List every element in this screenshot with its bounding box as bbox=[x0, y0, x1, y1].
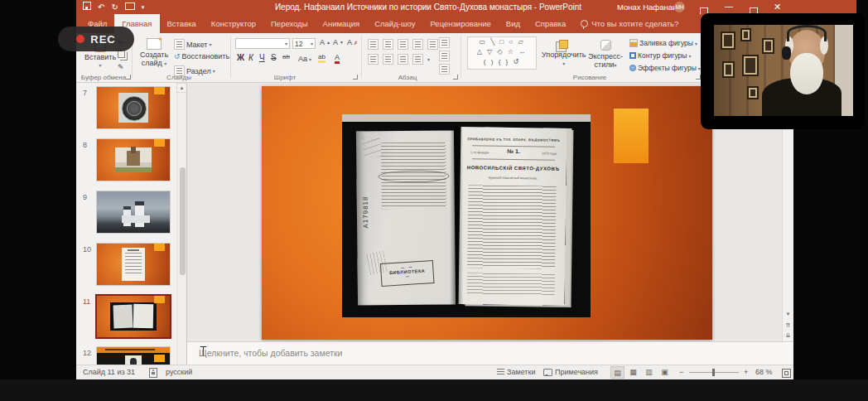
wall-frame bbox=[740, 28, 751, 41]
thumb-scrollbar-track[interactable] bbox=[176, 93, 187, 365]
tab-design[interactable]: Конструктор bbox=[204, 14, 263, 33]
slide-thumbnail-7[interactable] bbox=[97, 87, 170, 128]
view-reading-button[interactable]: ▥ bbox=[642, 366, 656, 379]
avatar[interactable]: МН bbox=[674, 2, 685, 12]
format-painter-icon[interactable]: ✎ bbox=[118, 63, 124, 71]
tab-slideshow[interactable]: Слайд-шоу bbox=[367, 14, 422, 33]
slide-thumbnail-11-selected[interactable] bbox=[97, 296, 170, 337]
desktop: ↶ ↻ ▾ Иерод. Нафанаил Источники по истор… bbox=[0, 0, 868, 401]
shape-effects-button[interactable]: Эффекты фигуры▾ bbox=[629, 64, 701, 72]
change-case-button[interactable]: Aa▾ bbox=[298, 55, 311, 63]
italic-button[interactable]: К bbox=[248, 53, 253, 62]
comments-icon bbox=[543, 369, 552, 376]
clear-formatting-button[interactable]: А✗ bbox=[347, 38, 358, 46]
font-dialog-launcher[interactable] bbox=[353, 75, 358, 80]
zoom-out-button[interactable]: − bbox=[679, 368, 683, 376]
zoom-in-button[interactable]: + bbox=[744, 368, 748, 376]
tell-me-box[interactable]: Что вы хотите сделать? bbox=[573, 14, 686, 33]
seal-image bbox=[118, 93, 148, 123]
quick-styles-button[interactable]: Экспресс-стили▾ bbox=[588, 40, 623, 69]
shapes-gallery[interactable]: ▭ ╲ □ ○ ▱ △ ▽ ◇ ☆ ↔ ( ) { } ↺ bbox=[467, 36, 537, 70]
text-shadow-button[interactable]: ab bbox=[282, 53, 290, 60]
start-slideshow-icon[interactable] bbox=[125, 0, 135, 14]
slide-thumbnail-10[interactable] bbox=[97, 244, 170, 285]
highlight-color-button[interactable]: ab bbox=[318, 53, 326, 63]
bullets-icon[interactable] bbox=[368, 39, 379, 50]
align-text-icon[interactable] bbox=[439, 51, 450, 61]
webcam-overlay-window[interactable] bbox=[701, 13, 865, 129]
slide-canvas[interactable]: А179818 — · — БИБЛИОТЕКА — ПРИБАВЛЕНІЕ К… bbox=[262, 86, 712, 340]
view-normal-button[interactable]: ▤ bbox=[610, 366, 624, 379]
thumb-scrollbar-thumb[interactable] bbox=[180, 167, 186, 275]
reset-button[interactable]: ↺Восстановить bbox=[174, 52, 229, 60]
issue-date-right: 1870 года bbox=[542, 151, 557, 155]
redo-icon[interactable]: ↻ bbox=[111, 0, 118, 14]
previous-slide-button[interactable]: ⇈ bbox=[783, 321, 793, 331]
slide-counter: Слайд 11 из 31 bbox=[83, 368, 135, 376]
fit-to-window-button[interactable] bbox=[782, 369, 791, 378]
font-color-button[interactable]: А bbox=[335, 53, 340, 64]
layout-button[interactable]: Макет▾ bbox=[174, 39, 212, 50]
increase-indent-icon[interactable] bbox=[412, 39, 423, 50]
tab-animations[interactable]: Анимация bbox=[316, 14, 368, 33]
shapes-row: ( ) { } ↺ bbox=[468, 57, 536, 67]
minimize-button[interactable]: — bbox=[725, 0, 733, 12]
paragraph-dialog-launcher[interactable] bbox=[453, 75, 458, 80]
next-slide-button[interactable]: ⇊ bbox=[783, 331, 793, 341]
text-direction-icon[interactable] bbox=[439, 37, 450, 48]
view-slideshow-button[interactable]: ▣ bbox=[658, 366, 672, 379]
slide-thumbnail-12[interactable] bbox=[97, 347, 170, 365]
qat-customize-icon[interactable]: ▾ bbox=[142, 0, 145, 14]
close-button[interactable]: ✕ bbox=[774, 0, 781, 13]
justify-icon[interactable] bbox=[412, 54, 423, 65]
decrease-indent-icon[interactable] bbox=[398, 39, 408, 50]
strikethrough-button[interactable]: S bbox=[271, 53, 277, 62]
align-center-icon[interactable] bbox=[383, 54, 393, 65]
slide-thumbnail-9[interactable] bbox=[97, 191, 170, 233]
grow-font-button[interactable]: А▲ bbox=[320, 38, 330, 46]
scroll-down-button[interactable]: ▼ bbox=[783, 310, 793, 320]
shape-outline-button[interactable]: Контур фигуры▾ bbox=[629, 51, 691, 60]
shape-outline-icon bbox=[629, 52, 636, 59]
bold-button[interactable]: Ж bbox=[237, 53, 244, 62]
tab-review[interactable]: Рецензирование bbox=[422, 14, 498, 33]
zoom-percentage[interactable]: 68 % bbox=[755, 368, 773, 376]
recording-indicator: REC bbox=[58, 27, 134, 51]
comments-toggle[interactable]: Примечания bbox=[543, 368, 598, 376]
font-size-select[interactable]: 12▾ bbox=[292, 38, 316, 49]
align-right-icon[interactable] bbox=[398, 54, 408, 65]
numbering-icon[interactable] bbox=[383, 39, 393, 50]
tab-view[interactable]: Вид bbox=[499, 14, 528, 33]
tab-insert[interactable]: Вставка bbox=[160, 14, 204, 33]
notes-toggle[interactable]: Заметки bbox=[497, 368, 535, 376]
font-name-select[interactable]: ▾ bbox=[235, 38, 290, 49]
shape-fill-button[interactable]: Заливка фигуры▾ bbox=[629, 39, 697, 47]
save-icon[interactable] bbox=[83, 0, 91, 14]
clipboard-dialog-launcher[interactable] bbox=[126, 75, 131, 80]
notes-placeholder[interactable]: Щелкните, чтобы добавить заметки bbox=[199, 348, 342, 358]
account-name[interactable]: Монах Нафанаил bbox=[617, 0, 682, 14]
language-indicator[interactable]: русский bbox=[166, 368, 192, 376]
font-group-label: Шрифт bbox=[260, 74, 310, 81]
align-left-icon[interactable] bbox=[368, 54, 379, 65]
wall-frame bbox=[747, 86, 759, 99]
slide-thumbnail-8[interactable] bbox=[97, 139, 170, 181]
view-slide-sorter-button[interactable]: ▦ bbox=[626, 366, 640, 379]
zoom-slider-thumb[interactable] bbox=[712, 369, 715, 376]
line-spacing-icon[interactable] bbox=[427, 39, 438, 50]
new-slide-button[interactable]: ✦ Создать слайд ▾ bbox=[137, 38, 171, 67]
slide-accent-rect bbox=[154, 87, 165, 94]
accessibility-icon[interactable] bbox=[149, 368, 157, 379]
shrink-font-button[interactable]: А▼ bbox=[333, 38, 344, 46]
underline-button[interactable]: Ч bbox=[259, 53, 265, 62]
headphone-earcup bbox=[782, 46, 791, 60]
tab-help[interactable]: Справка bbox=[528, 14, 573, 33]
notes-pane[interactable]: Щелкните, чтобы добавить заметки bbox=[187, 341, 793, 365]
zoom-slider-track[interactable] bbox=[689, 372, 739, 373]
arrange-button[interactable]: Упорядочить▾ bbox=[542, 40, 586, 66]
thumb-scroll-up[interactable]: ▲ bbox=[176, 83, 187, 93]
undo-icon[interactable]: ↶ bbox=[98, 0, 104, 14]
tab-transitions[interactable]: Переходы bbox=[263, 14, 316, 33]
arrange-icon bbox=[559, 40, 568, 49]
book-scan-image[interactable]: А179818 — · — БИБЛИОТЕКА — ПРИБАВЛЕНІЕ К… bbox=[342, 114, 591, 317]
